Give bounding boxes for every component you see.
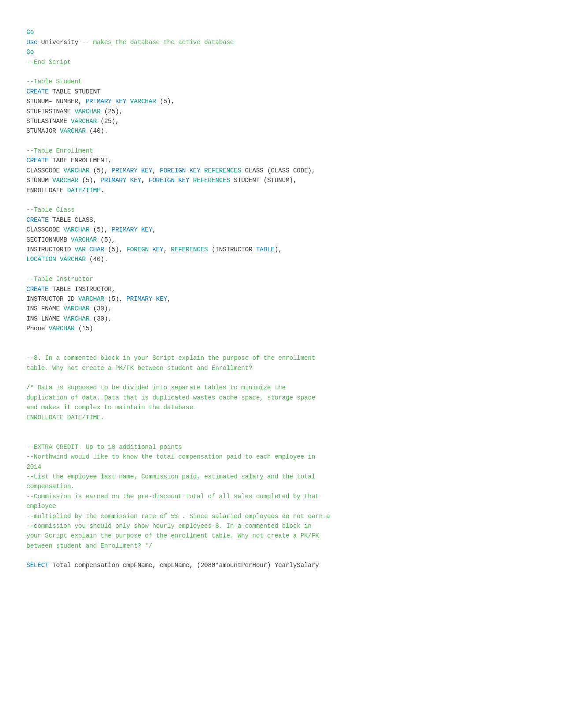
keyword-varchar-7: VARCHAR [63, 226, 89, 233]
comment-compensation: compensation. [26, 483, 74, 490]
comment-list: --List the employee last name, Commissio… [26, 473, 315, 480]
keyword-references-2: REFERENCES [193, 177, 230, 184]
ins-lname-label: INS LNAME [26, 315, 63, 322]
keyword-var: VAR [74, 246, 86, 253]
location-label [56, 256, 60, 263]
sectionnumb-label: SECTIONNUMB [26, 236, 71, 243]
keyword-char: CHAR [89, 246, 104, 253]
keyword-pk-5: PRIMARY KEY [127, 295, 167, 302]
select-statement: Total compensation empFName, empLName, (… [48, 562, 319, 569]
instructorid-label: INSTRUCTORID [26, 246, 74, 253]
comment-question-8b: table. Why not create a PK/FK between st… [26, 365, 252, 372]
instructorid-size: (5), [104, 246, 126, 253]
ins-lname-size: (30), [89, 315, 112, 322]
use-statement: University [37, 39, 82, 46]
stufirstname-label: STUFIRSTNAME [26, 108, 74, 115]
comment-use: -- makes the database the active databas… [82, 39, 234, 46]
comment-table-class: --Table Class [26, 206, 74, 213]
keyword-create-3: CREATE [26, 217, 48, 224]
keyword-key-1: KEY [153, 246, 164, 253]
classcode-size: (5), [89, 167, 112, 174]
stumajor-size: (40). [86, 127, 108, 134]
stufirstname-size: (25), [100, 108, 123, 115]
location-size: (40). [86, 256, 108, 263]
comment-table-enrollment: --Table Enrollment [26, 147, 93, 154]
stunum-line: STUNUM– NUMBER, [26, 98, 86, 105]
comment-year: 2014 [26, 463, 41, 470]
stunum-size: (5), [156, 98, 175, 105]
keyword-forgn: FOREGN [127, 246, 149, 253]
stulastname-size: (25), [97, 118, 119, 125]
keyword-fk-1: FOREIGN KEY [160, 167, 200, 174]
classcode-label: CLASSCODE [26, 167, 63, 174]
ins-fname-label: INS FNAME [26, 305, 63, 312]
comment-commission-block: --commission you should only show hourly… [26, 523, 312, 530]
create-table-student: TABLE STUDENT [48, 88, 100, 95]
keyword-pk-2: PRIMARY KEY [112, 167, 152, 174]
keyword-varchar-9: VARCHAR [60, 256, 86, 263]
create-table-instructor: TABLE INSTRUCTOR, [48, 286, 115, 293]
classcode-class-size: (5), [89, 226, 112, 233]
stumajor-label: STUMAJOR [26, 127, 60, 134]
stunum-enrollment-size: (5), [78, 177, 100, 184]
keyword-fk-2: FOREIGN KEY [149, 177, 189, 184]
phone-size: (15) [74, 325, 93, 332]
class-ref-1: CLASS (CLASS CODE), [241, 167, 315, 174]
keyword-varchar-11: VARCHAR [63, 305, 89, 312]
comment-commission: --Commission is earned on the pre-discou… [26, 493, 319, 500]
create-table-class: TABLE CLASS, [48, 217, 97, 224]
keyword-create-1: CREATE [26, 88, 48, 95]
phone-label: Phone [26, 325, 48, 332]
keyword-varchar-4: VARCHAR [60, 127, 86, 134]
keyword-references-3: REFERENCES [171, 246, 208, 253]
instructor-id-size: (5), [104, 295, 126, 302]
sectionnumb-size: (5), [97, 236, 115, 243]
stulastname-label: STULASTNAME [26, 118, 71, 125]
enrolldate-label: ENROLLDATE [26, 187, 67, 194]
comment-northwind: --Northwind would like to know the total… [26, 453, 315, 460]
keyword-varchar-5: VARCHAR [63, 167, 89, 174]
keyword-varchar-8: VARCHAR [71, 236, 97, 243]
keyword-varchar-10: VARCHAR [78, 295, 104, 302]
ins-fname-size: (30), [89, 305, 112, 312]
code-editor: Go Use University -- makes the database … [26, 18, 536, 571]
comment-script-explain: your Script explain the purpose of the e… [26, 532, 319, 539]
keyword-create-4: CREATE [26, 286, 48, 293]
keyword-references-1: REFERENCES [204, 167, 241, 174]
keyword-pk-1: PRIMARY KEY [86, 98, 126, 105]
comment-block-3: and makes it complex to maintain the dat… [26, 404, 197, 411]
keyword-varchar-12: VARCHAR [63, 315, 89, 322]
comment-end-script: --End Script [26, 59, 71, 66]
comment-block-2: duplication of data. Data that is duplic… [26, 394, 315, 401]
comment-table-student: --Table Student [26, 78, 82, 85]
keyword-datetime-1: DATE/TIME [67, 187, 100, 194]
stunum-enrollment-label: STUNUM [26, 177, 52, 184]
create-tabe-enrollment: TABE ENROLLMENT, [48, 157, 112, 164]
comment-question-8: --8. In a commented block in your Script… [26, 355, 315, 362]
instructor-ref: (INSTRUCTOR [208, 246, 256, 253]
keyword-varchar-1: VARCHAR [130, 98, 156, 105]
keyword-varchar-2: VARCHAR [74, 108, 100, 115]
keyword-pk-3: PRIMARY KEY [100, 177, 141, 184]
keyword-varchar-13: VARCHAR [48, 325, 74, 332]
student-ref: STUDENT (STUNUM), [230, 177, 297, 184]
instructor-ref-end: ), [275, 246, 282, 253]
comment-block-enrolldate: ENROLLDATE DATE/TIME. [26, 414, 104, 421]
comment-extra-credit: --EXTRA CREDIT. Up to 10 additional poin… [26, 444, 182, 451]
keyword-use: Use [26, 39, 37, 46]
keyword-location: LOCATION [26, 256, 56, 263]
keyword-table: TABLE [256, 246, 275, 253]
keyword-varchar-3: VARCHAR [71, 118, 97, 125]
keyword-go-2: Go [26, 49, 34, 56]
enrolldate-end: . [100, 187, 104, 194]
keyword-varchar-6: VARCHAR [52, 177, 78, 184]
comment-employee: employee [26, 503, 56, 510]
comment-between: between student and Enrollment? */ [26, 542, 153, 549]
comment-multiplied: --multiplied by the commission rate of 5… [26, 513, 330, 520]
comment-block-start: /* Data is supposed to be divided into s… [26, 384, 286, 391]
keyword-go-1: Go [26, 29, 34, 36]
keyword-create-2: CREATE [26, 157, 48, 164]
classcode-class-label: CLASSCODE [26, 226, 63, 233]
comment-table-instructor: --Table Instructor [26, 276, 93, 283]
keyword-pk-4: PRIMARY KEY [112, 226, 152, 233]
